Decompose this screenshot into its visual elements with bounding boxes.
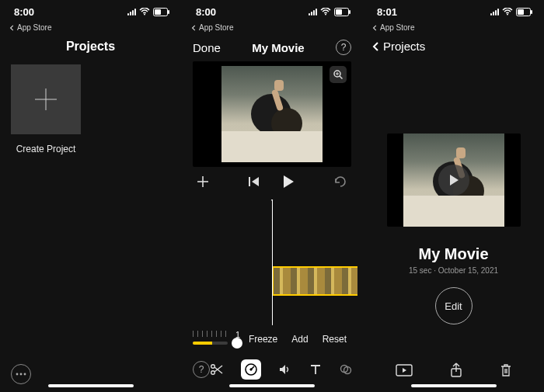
add-media-button[interactable] (196, 175, 210, 192)
status-time: 8:00 (14, 6, 34, 18)
back-to-app[interactable]: App Store (182, 23, 362, 36)
cellular-icon (309, 8, 317, 16)
svg-point-21 (211, 371, 215, 375)
home-indicator[interactable] (229, 384, 315, 387)
chevron-left-icon (371, 41, 382, 52)
svg-point-29 (507, 14, 508, 16)
playhead[interactable] (272, 199, 273, 325)
status-right (490, 8, 533, 16)
undo-icon (333, 176, 348, 187)
done-button[interactable]: Done (193, 41, 221, 54)
status-bar: 8:00 (0, 0, 181, 23)
svg-point-20 (211, 365, 215, 369)
svg-point-6 (16, 373, 19, 376)
speed-control-row: 1 x Freeze Add Reset (182, 325, 362, 353)
slider-knob[interactable] (232, 338, 242, 349)
skip-back-button[interactable] (248, 176, 260, 190)
projects-body: Create Project (0, 64, 181, 356)
movie-thumbnail[interactable] (387, 134, 521, 227)
play-project-button[interactable] (396, 364, 413, 376)
svg-rect-11 (349, 10, 350, 14)
volume-button[interactable] (278, 363, 292, 376)
speed-slider[interactable] (193, 331, 228, 348)
share-button[interactable] (450, 363, 462, 378)
status-right (309, 8, 351, 16)
wifi-icon (502, 8, 513, 16)
svg-point-7 (20, 373, 23, 376)
battery-icon (516, 8, 533, 16)
status-bar: 8:01 (363, 0, 544, 23)
movie-title: My Movie (252, 41, 305, 54)
status-time: 8:00 (196, 6, 216, 18)
preview-viewer: 14.3s (193, 61, 351, 167)
back-to-app[interactable]: App Store (363, 23, 544, 36)
plus-icon (32, 85, 60, 113)
delete-button[interactable] (500, 363, 512, 377)
back-projects-button[interactable]: Projects (363, 36, 544, 61)
svg-line-14 (340, 76, 343, 79)
play-overlay[interactable] (387, 134, 521, 227)
edit-label: Edit (445, 300, 462, 312)
timeline-clip[interactable] (272, 266, 357, 296)
reset-button[interactable]: Reset (323, 334, 347, 345)
scissors-icon (210, 363, 224, 376)
volume-icon (278, 363, 292, 376)
freeze-button[interactable]: Freeze (249, 334, 277, 345)
movie-subtitle: 15 sec · October 15, 2021 (409, 266, 498, 275)
back-to-app-label: App Store (380, 23, 414, 32)
home-indicator[interactable] (411, 384, 497, 387)
filters-button[interactable] (339, 363, 353, 376)
share-icon (450, 363, 462, 378)
svg-point-8 (24, 373, 26, 376)
plus-icon (196, 175, 210, 189)
play-icon (282, 175, 295, 189)
svg-point-26 (250, 369, 252, 370)
add-button[interactable]: Add (291, 334, 308, 345)
status-time: 8:01 (377, 6, 397, 18)
more-button[interactable] (11, 364, 31, 384)
transport-bar (182, 167, 362, 199)
filter-icon (339, 363, 353, 376)
svg-rect-32 (518, 9, 524, 15)
battery-icon (334, 8, 351, 16)
movie-title: My Movie (418, 245, 488, 263)
play-icon (448, 173, 460, 187)
screen-detail: 8:01 App Store Projects My Movie 15 sec … (362, 0, 544, 392)
zoom-button[interactable] (330, 66, 347, 83)
help-button[interactable]: ? (193, 361, 210, 378)
undo-button[interactable] (333, 176, 348, 190)
timeline[interactable] (182, 199, 362, 325)
titles-button[interactable] (309, 363, 322, 376)
more-icon (16, 373, 26, 376)
help-button[interactable]: ? (336, 40, 351, 55)
status-right (127, 8, 170, 16)
create-project-button[interactable] (11, 64, 81, 134)
back-to-app[interactable]: App Store (0, 23, 181, 36)
svg-rect-19 (249, 177, 250, 186)
back-to-app-label: App Store (17, 23, 51, 32)
svg-point-9 (325, 14, 326, 16)
status-bar: 8:00 (182, 0, 362, 23)
wifi-icon (139, 8, 150, 16)
skip-back-icon (248, 176, 260, 187)
page-title: Projects (0, 36, 181, 64)
editor-header: Done My Movie ? (182, 36, 362, 61)
cut-button[interactable] (210, 363, 224, 376)
cellular-icon (127, 8, 136, 16)
preview-frame (221, 66, 323, 162)
cellular-icon (490, 8, 499, 16)
svg-rect-12 (336, 9, 342, 15)
text-icon (309, 363, 322, 376)
back-to-app-label: App Store (199, 23, 233, 32)
trash-icon (500, 363, 512, 377)
svg-point-0 (144, 14, 145, 16)
screen-editor: 8:00 App Store Done My Movie ? 14.3s (181, 0, 362, 392)
wifi-icon (320, 8, 331, 16)
speed-icon (244, 363, 258, 376)
speed-tool-button[interactable] (241, 359, 261, 380)
play-button[interactable] (282, 175, 295, 192)
zoom-icon (333, 69, 343, 80)
home-indicator[interactable] (48, 384, 134, 387)
edit-button[interactable]: Edit (435, 287, 473, 324)
battery-icon (153, 8, 170, 16)
